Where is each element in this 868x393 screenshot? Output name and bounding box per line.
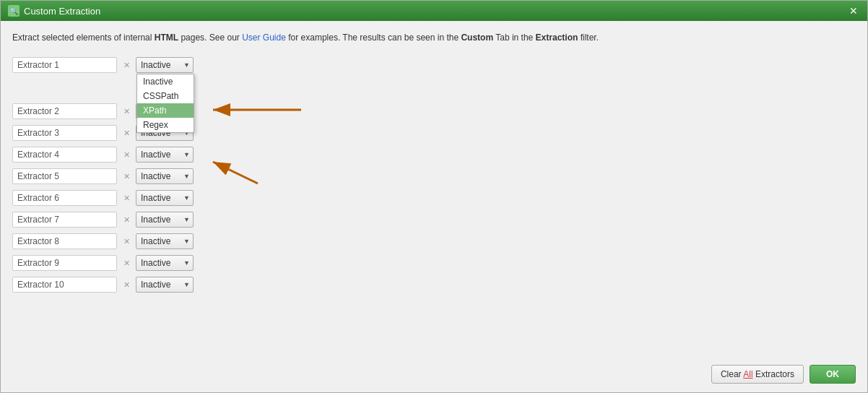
extractor-4-label: Extractor 4 bbox=[12, 147, 117, 163]
extractor-3-label: Extractor 3 bbox=[12, 125, 117, 141]
custom-extraction-window: 🔍 Custom Extraction ✕ Extract selected e… bbox=[0, 0, 868, 393]
ok-button[interactable]: OK bbox=[810, 365, 856, 384]
extractor-row-5: Extractor 5 ✕ Inactive ▼ bbox=[12, 168, 856, 184]
extractor-5-clear[interactable]: ✕ bbox=[121, 171, 131, 181]
close-button[interactable]: ✕ bbox=[847, 4, 860, 17]
extractor-10-value: Inactive bbox=[141, 280, 170, 290]
dropdown-arrow-9: ▼ bbox=[183, 259, 190, 267]
clear-highlight: All bbox=[743, 369, 752, 379]
extractor-1-value: Inactive bbox=[141, 60, 170, 70]
app-icon: 🔍 bbox=[8, 5, 19, 17]
user-guide-link[interactable]: User Guide bbox=[242, 33, 286, 43]
extractor-row-9: Extractor 9 ✕ Inactive ▼ bbox=[12, 255, 856, 271]
extractor-10-label: Extractor 10 bbox=[12, 277, 117, 293]
extractor-row-4: Extractor 4 ✕ Inactive ▼ bbox=[12, 147, 856, 163]
extractor-10-dropdown[interactable]: Inactive ▼ bbox=[136, 277, 194, 293]
extractor-6-label: Extractor 6 bbox=[12, 190, 117, 206]
extractor-row-8: Extractor 8 ✕ Inactive ▼ bbox=[12, 233, 856, 249]
extractor-8-label: Extractor 8 bbox=[12, 233, 117, 249]
description-text: Extract selected elements of internal HT… bbox=[12, 31, 856, 44]
extractor-9-label: Extractor 9 bbox=[12, 255, 117, 271]
dropdown-arrow-1: ▼ bbox=[183, 61, 190, 69]
extractor-7-clear[interactable]: ✕ bbox=[121, 215, 131, 225]
extractor-8-value: Inactive bbox=[141, 236, 170, 246]
extractor-row-1: Extractor 1 ✕ Inactive ▼ Inactive CSSPat… bbox=[12, 57, 856, 73]
dropdown-arrow-4: ▼ bbox=[183, 151, 190, 158]
extractor-1-label: Extractor 1 bbox=[12, 57, 117, 73]
option-inactive-1[interactable]: Inactive bbox=[137, 74, 194, 89]
extractor-6-dropdown[interactable]: Inactive ▼ bbox=[136, 190, 194, 206]
extractor-4-dropdown[interactable]: Inactive ▼ bbox=[136, 147, 194, 163]
extractor-1-clear[interactable]: ✕ bbox=[121, 60, 131, 70]
dropdown-arrow-6: ▼ bbox=[183, 194, 190, 202]
extractor-2-label: Extractor 2 bbox=[12, 103, 117, 119]
extractor-5-dropdown[interactable]: Inactive ▼ bbox=[136, 168, 194, 184]
extractors-section: Extractor 1 ✕ Inactive ▼ Inactive CSSPat… bbox=[12, 57, 856, 293]
extractor-9-value: Inactive bbox=[141, 258, 170, 268]
content-area: Extract selected elements of internal HT… bbox=[1, 21, 867, 359]
footer: Clear All Extractors OK bbox=[1, 359, 867, 392]
extractor-5-value: Inactive bbox=[141, 171, 170, 181]
dropdown-arrow-5: ▼ bbox=[183, 173, 190, 180]
title-bar: 🔍 Custom Extraction ✕ bbox=[1, 1, 867, 21]
extractor-6-clear[interactable]: ✕ bbox=[121, 193, 131, 203]
dropdown-arrow-7: ▼ bbox=[183, 216, 190, 223]
extractor-1-dropdown[interactable]: Inactive ▼ Inactive CSSPath XPath Regex bbox=[136, 57, 194, 73]
extractor-7-dropdown[interactable]: Inactive ▼ bbox=[136, 212, 194, 228]
extractor-row-6: Extractor 6 ✕ Inactive ▼ bbox=[12, 190, 856, 206]
option-regex-1[interactable]: Regex bbox=[137, 118, 194, 132]
clear-all-button[interactable]: Clear All Extractors bbox=[711, 365, 804, 384]
extractor-3-clear[interactable]: ✕ bbox=[121, 128, 131, 138]
extractor-9-clear[interactable]: ✕ bbox=[121, 258, 131, 268]
extractor-8-clear[interactable]: ✕ bbox=[121, 236, 131, 246]
extractor-row-10: Extractor 10 ✕ Inactive ▼ bbox=[12, 277, 856, 293]
extractor-4-value: Inactive bbox=[141, 150, 170, 160]
extractor-4-clear[interactable]: ✕ bbox=[121, 150, 131, 160]
dropdown-arrow-10: ▼ bbox=[183, 281, 190, 288]
extractor-5-label: Extractor 5 bbox=[12, 168, 117, 184]
dropdown-arrow-8: ▼ bbox=[183, 238, 190, 245]
extractor-7-label: Extractor 7 bbox=[12, 212, 117, 228]
extractor-6-value: Inactive bbox=[141, 193, 170, 203]
extractor-row-7: Extractor 7 ✕ Inactive ▼ bbox=[12, 212, 856, 228]
window-title: Custom Extraction bbox=[24, 6, 100, 17]
option-csspath-1[interactable]: CSSPath bbox=[137, 89, 194, 103]
extractor-1-dropdown-menu: Inactive CSSPath XPath Regex bbox=[136, 74, 194, 133]
extractor-8-dropdown[interactable]: Inactive ▼ bbox=[136, 233, 194, 249]
extractor-10-clear[interactable]: ✕ bbox=[121, 280, 131, 290]
extractor-9-dropdown[interactable]: Inactive ▼ bbox=[136, 255, 194, 271]
option-xpath-1[interactable]: XPath bbox=[137, 103, 194, 118]
extractor-7-value: Inactive bbox=[141, 215, 170, 225]
title-bar-left: 🔍 Custom Extraction bbox=[8, 5, 100, 17]
extractor-2-clear[interactable]: ✕ bbox=[121, 106, 131, 116]
